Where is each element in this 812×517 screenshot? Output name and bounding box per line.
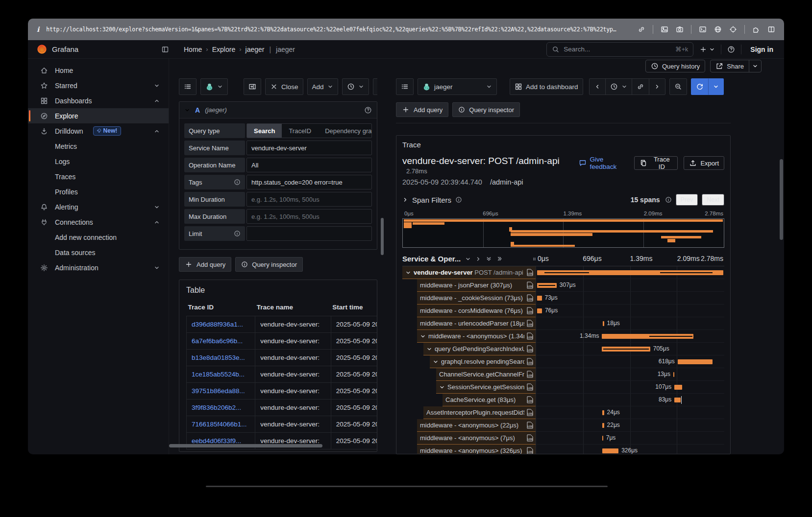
collapse-query-icon[interactable]: [184, 107, 190, 113]
refresh-interval-button[interactable]: [708, 78, 724, 95]
span-timeline[interactable]: 13μs: [536, 368, 724, 381]
span-timeline[interactable]: 24μs: [536, 406, 724, 419]
span-name-cell[interactable]: ChannelService.getChannelFroLOG: [402, 368, 536, 381]
field-input-max-duration[interactable]: e.g. 1.2s, 100ms, 500us: [246, 209, 372, 224]
add-dropdown-button[interactable]: Add: [307, 78, 338, 95]
split-view-icon[interactable]: [767, 25, 775, 33]
copy-time-link-button[interactable]: [632, 78, 649, 95]
query-help-icon[interactable]: [364, 106, 372, 114]
chevron-down-icon[interactable]: [154, 83, 160, 89]
log-icon[interactable]: LOG: [527, 447, 533, 454]
terminal-icon[interactable]: [699, 25, 707, 33]
span-bar[interactable]: [603, 321, 604, 326]
copy-link-icon[interactable]: [638, 25, 645, 33]
log-icon[interactable]: LOG: [527, 409, 533, 416]
add-query-button[interactable]: Add query: [396, 102, 448, 117]
time-picker-button[interactable]: [342, 78, 369, 95]
expand-filters-icon[interactable]: [402, 197, 408, 203]
log-icon[interactable]: LOG: [527, 358, 533, 365]
time-forward-button[interactable]: [649, 78, 665, 95]
expand-one-icon[interactable]: [475, 256, 481, 262]
span-timeline[interactable]: 326μs: [536, 445, 724, 454]
sidebar-item-starred[interactable]: Starred: [28, 78, 169, 93]
log-icon[interactable]: LOG: [527, 320, 533, 327]
close-pane-button[interactable]: Close: [265, 78, 303, 95]
sidebar-item-alerting[interactable]: Alerting: [28, 199, 169, 214]
sidebar-item-metrics[interactable]: Metrics: [28, 139, 169, 154]
add-to-dashboard-button[interactable]: Add to dashboard: [510, 78, 583, 95]
span-bar[interactable]: [537, 270, 724, 275]
chevron-down-icon[interactable]: [420, 333, 426, 339]
span-timeline[interactable]: 705μs: [536, 343, 724, 355]
span-name-cell[interactable]: middleware - _cookieSession (73μs)LOG: [402, 292, 536, 305]
span-name-cell[interactable]: middleware - urlencodedParser (18μs)LOG: [402, 317, 536, 330]
column-header-start-time[interactable]: Start time: [331, 302, 377, 316]
new-menu-button[interactable]: [699, 46, 715, 53]
log-icon[interactable]: LOG: [527, 422, 533, 429]
collapse-all-icon[interactable]: [486, 256, 492, 262]
query-type-tab-dependency-graph[interactable]: Dependency graph: [318, 124, 372, 138]
expand-all-icon[interactable]: [496, 256, 503, 262]
trace-id-link[interactable]: 1ce185ab5524b...: [187, 366, 255, 383]
span-bar[interactable]: [537, 308, 542, 313]
span-name-cell[interactable]: middleware - <anonymous> (326μs)LOG: [402, 445, 536, 454]
sidebar-item-data-sources[interactable]: Data sources: [28, 245, 169, 260]
trace-id-link[interactable]: b13e8da01853e...: [187, 350, 255, 366]
chevron-down-icon[interactable]: [439, 384, 445, 390]
grafana-logo-icon[interactable]: [37, 44, 47, 54]
trace-id-button[interactable]: Trace ID: [634, 156, 678, 170]
span-bar[interactable]: [537, 296, 542, 301]
span-bar[interactable]: [674, 385, 682, 390]
chevron-up-icon[interactable]: [154, 219, 160, 225]
zoom-out-button[interactable]: [669, 78, 687, 95]
time-back-button[interactable]: [589, 78, 606, 95]
export-button[interactable]: Export: [684, 156, 724, 170]
share-button[interactable]: Share: [710, 60, 762, 72]
query-history-button[interactable]: Query history: [645, 60, 705, 72]
breadcrumb-home[interactable]: Home: [184, 46, 202, 53]
pane-menu-icon[interactable]: [728, 83, 731, 91]
sidebar-item-dashboards[interactable]: Dashboards: [28, 93, 169, 108]
span-timeline[interactable]: 18μs: [536, 317, 724, 330]
globe-icon[interactable]: [714, 25, 722, 33]
trace-id-link[interactable]: 6a7ef6ba6c96b...: [187, 333, 255, 350]
chevron-down-icon[interactable]: [154, 265, 160, 271]
query-type-tab-traceid[interactable]: TraceID: [282, 124, 318, 138]
column-header-trace-name[interactable]: Trace name: [255, 302, 331, 316]
camera-icon[interactable]: [676, 25, 684, 33]
span-name-cell[interactable]: middleware - jsonParser (307μs)LOG: [402, 279, 536, 292]
span-bar[interactable]: [602, 448, 618, 453]
span-timeline[interactable]: 307μs: [536, 279, 724, 292]
span-name-cell[interactable]: middleware - <anonymous> (22μs)LOG: [402, 419, 536, 432]
chevron-down-icon[interactable]: [154, 204, 160, 210]
query-inspector-button[interactable]: Query inspector: [235, 257, 303, 272]
span-bar[interactable]: [602, 410, 604, 415]
refresh-button-clipped[interactable]: [373, 78, 377, 95]
span-bar[interactable]: [674, 398, 681, 402]
log-icon[interactable]: LOG: [527, 383, 533, 391]
log-icon[interactable]: LOG: [527, 434, 533, 442]
trace-id-link[interactable]: 7166185f4066b1...: [187, 416, 255, 433]
field-input-operation-name[interactable]: All: [246, 158, 372, 172]
prev-span-button[interactable]: Prev: [676, 194, 698, 206]
span-bar[interactable]: [537, 283, 557, 288]
url-bar[interactable]: http://localhost:3200/explore?schemaVers…: [46, 26, 619, 33]
sidebar-item-profiles[interactable]: Profiles: [28, 184, 169, 199]
give-feedback-link[interactable]: Give feedback: [579, 156, 628, 170]
sidebar-item-administration[interactable]: Administration: [28, 260, 169, 275]
sidebar-toggle-icon[interactable]: [161, 46, 169, 53]
field-input-service-name[interactable]: vendure-dev-server: [246, 141, 372, 155]
chevron-down-icon[interactable]: [426, 346, 432, 352]
span-timeline[interactable]: 83μs: [536, 394, 724, 406]
span-bar[interactable]: [602, 347, 650, 352]
field-input-min-duration[interactable]: e.g. 1.2s, 100ms, 500us: [246, 192, 372, 207]
span-bar[interactable]: [673, 372, 674, 377]
datasource-picker[interactable]: jaeger: [418, 78, 497, 95]
datasource-picker-mini[interactable]: [200, 78, 228, 95]
column-header-trace-id[interactable]: Trace ID: [187, 302, 255, 316]
sidebar-item-add-new-connection[interactable]: Add new connection: [28, 230, 169, 245]
span-timeline[interactable]: 107μs: [536, 381, 724, 394]
span-filters-title[interactable]: Span Filters: [412, 196, 451, 204]
share-caret-icon[interactable]: [749, 60, 761, 72]
span-timeline[interactable]: 7μs: [536, 432, 724, 445]
